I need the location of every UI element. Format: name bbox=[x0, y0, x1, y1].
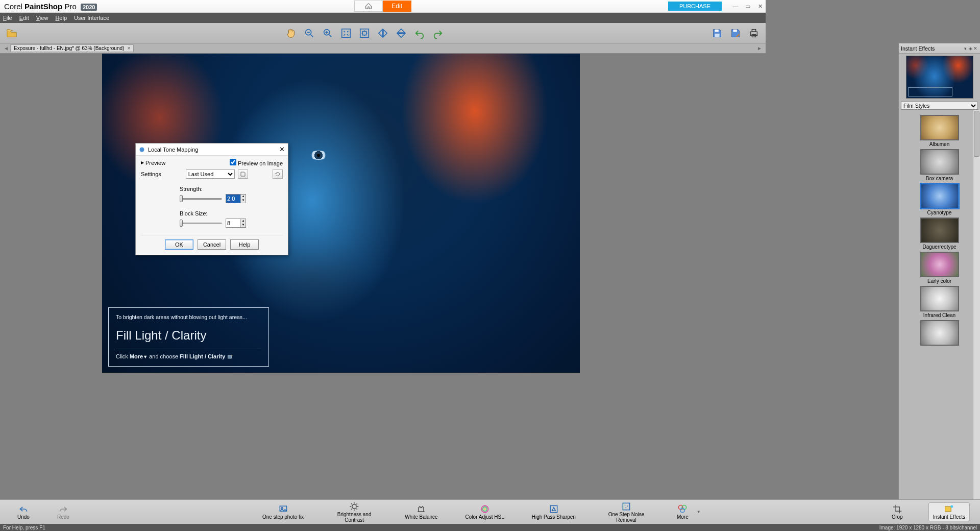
tip-sub: Click More▼ and choose Fill Light / Clar… bbox=[116, 353, 261, 360]
reset-icon bbox=[275, 171, 281, 177]
svg-rect-4 bbox=[715, 29, 718, 32]
zoom-out-icon bbox=[304, 28, 315, 39]
brand-year: 2020 bbox=[81, 4, 97, 11]
open-file-button[interactable] bbox=[4, 26, 19, 41]
brand-suffix: Pro bbox=[64, 2, 76, 11]
menu-edit[interactable]: Edit bbox=[19, 15, 29, 21]
brand-prefix: Corel bbox=[4, 2, 22, 11]
save-preset-button[interactable] bbox=[238, 170, 248, 179]
blocksize-slider[interactable] bbox=[180, 220, 222, 227]
menu-user-interface[interactable]: User Interface bbox=[74, 15, 109, 21]
strength-up[interactable]: ▲ bbox=[241, 195, 246, 199]
tab-scroll-right[interactable]: ► bbox=[755, 45, 764, 51]
svg-rect-8 bbox=[752, 29, 755, 32]
blocksize-up[interactable]: ▲ bbox=[241, 219, 246, 223]
save-as-icon bbox=[730, 28, 741, 39]
blocksize-label: Block Size: bbox=[180, 210, 271, 216]
minimize-button[interactable]: — bbox=[732, 3, 739, 10]
workspace-tab-edit[interactable]: Edit bbox=[383, 1, 411, 12]
print-icon bbox=[748, 28, 760, 39]
flip-horizontal-icon bbox=[377, 28, 388, 39]
preview-on-image-checkbox[interactable]: Preview on Image bbox=[230, 159, 283, 166]
menu-bar: File Edit View Help User Interface bbox=[0, 13, 766, 23]
dialog-ok-button[interactable]: OK bbox=[165, 239, 193, 250]
save-as-button[interactable] bbox=[728, 26, 743, 41]
preview-toggle-label[interactable]: Preview bbox=[145, 160, 165, 166]
reset-button[interactable] bbox=[273, 170, 283, 179]
dialog-cancel-button[interactable]: Cancel bbox=[198, 239, 226, 250]
main-toolbar bbox=[0, 23, 766, 43]
dialog-help-button[interactable]: Help bbox=[230, 239, 259, 250]
menu-file[interactable]: File bbox=[3, 15, 12, 21]
local-tone-mapping-dialog: Local Tone Mapping ✕ ▶ Preview Preview o… bbox=[135, 143, 288, 255]
dialog-app-icon bbox=[139, 147, 145, 153]
blocksize-input[interactable] bbox=[226, 219, 240, 227]
pan-tool-button[interactable] bbox=[283, 26, 299, 41]
svg-rect-5 bbox=[715, 33, 719, 36]
tip-overlay: To brighten dark areas without blowing o… bbox=[108, 307, 269, 367]
actual-size-button[interactable] bbox=[357, 26, 372, 41]
zoom-out-button[interactable] bbox=[302, 26, 317, 41]
folder-open-icon bbox=[6, 28, 17, 39]
svg-rect-7 bbox=[751, 32, 757, 35]
menu-help[interactable]: Help bbox=[55, 15, 67, 21]
preview-expand-icon[interactable]: ▶ bbox=[141, 160, 144, 165]
blocksize-down[interactable]: ▼ bbox=[241, 223, 246, 227]
blocksize-spinner[interactable]: ▲▼ bbox=[226, 219, 246, 228]
app-logo: Corel PaintShop Pro 2020 bbox=[4, 2, 97, 11]
zoom-in-icon bbox=[322, 28, 333, 39]
undo-button-toolbar[interactable] bbox=[412, 26, 427, 41]
strength-down[interactable]: ▼ bbox=[241, 199, 246, 203]
close-button[interactable]: ✕ bbox=[756, 3, 764, 10]
menu-view[interactable]: View bbox=[36, 15, 48, 21]
svg-rect-2 bbox=[342, 29, 351, 37]
maximize-button[interactable]: ▭ bbox=[744, 3, 751, 10]
svg-rect-10 bbox=[228, 355, 232, 358]
document-tab-close[interactable]: × bbox=[127, 45, 130, 51]
tip-title: Fill Light / Clarity bbox=[116, 328, 261, 343]
workspace-tab-home[interactable] bbox=[354, 1, 383, 12]
dialog-close-button[interactable]: ✕ bbox=[279, 146, 285, 153]
strength-label: Strength: bbox=[180, 186, 271, 192]
flip-vertical-icon bbox=[396, 28, 407, 39]
fit-window-icon bbox=[340, 28, 352, 39]
effect-icon bbox=[227, 354, 234, 360]
redo-button-toolbar[interactable] bbox=[430, 26, 446, 41]
zoom-in-button[interactable] bbox=[320, 26, 335, 41]
save-icon bbox=[712, 28, 723, 39]
fit-window-button[interactable] bbox=[338, 26, 354, 41]
svg-rect-3 bbox=[360, 29, 369, 37]
hand-icon bbox=[285, 28, 297, 39]
save-button[interactable] bbox=[709, 26, 725, 41]
svg-point-11 bbox=[140, 147, 144, 152]
tip-line1: To brighten dark areas without blowing o… bbox=[116, 314, 261, 320]
document-tab-label: Exposure - fullhd - EN.jpg* @ 63% (Backg… bbox=[14, 45, 124, 51]
settings-preset-select[interactable]: Last Used bbox=[186, 170, 235, 179]
home-icon bbox=[365, 3, 372, 10]
title-bar: Corel PaintShop Pro 2020 Edit PURCHASE —… bbox=[0, 0, 766, 13]
document-tab[interactable]: Exposure - fullhd - EN.jpg* @ 63% (Backg… bbox=[10, 44, 134, 52]
actual-size-icon bbox=[359, 28, 370, 39]
save-preset-icon bbox=[240, 171, 246, 177]
undo-icon bbox=[414, 28, 425, 39]
print-button[interactable] bbox=[746, 26, 762, 41]
dialog-title: Local Tone Mapping bbox=[148, 147, 198, 153]
flip-vertical-button[interactable] bbox=[394, 26, 409, 41]
document-tab-strip: ◄ Exposure - fullhd - EN.jpg* @ 63% (Bac… bbox=[0, 43, 766, 54]
svg-rect-6 bbox=[733, 29, 737, 32]
strength-input[interactable] bbox=[226, 195, 240, 203]
redo-icon bbox=[432, 28, 444, 39]
workspace: To brighten dark areas without blowing o… bbox=[0, 54, 766, 415]
image-content bbox=[309, 151, 328, 160]
brand-main: PaintShop bbox=[24, 2, 62, 11]
purchase-button[interactable]: PURCHASE bbox=[668, 2, 722, 11]
strength-slider[interactable] bbox=[180, 195, 222, 202]
tab-scroll-left[interactable]: ◄ bbox=[2, 45, 10, 51]
flip-horizontal-button[interactable] bbox=[375, 26, 390, 41]
settings-label: Settings bbox=[141, 171, 161, 177]
dialog-titlebar[interactable]: Local Tone Mapping ✕ bbox=[136, 143, 288, 156]
strength-spinner[interactable]: ▲▼ bbox=[226, 194, 246, 203]
